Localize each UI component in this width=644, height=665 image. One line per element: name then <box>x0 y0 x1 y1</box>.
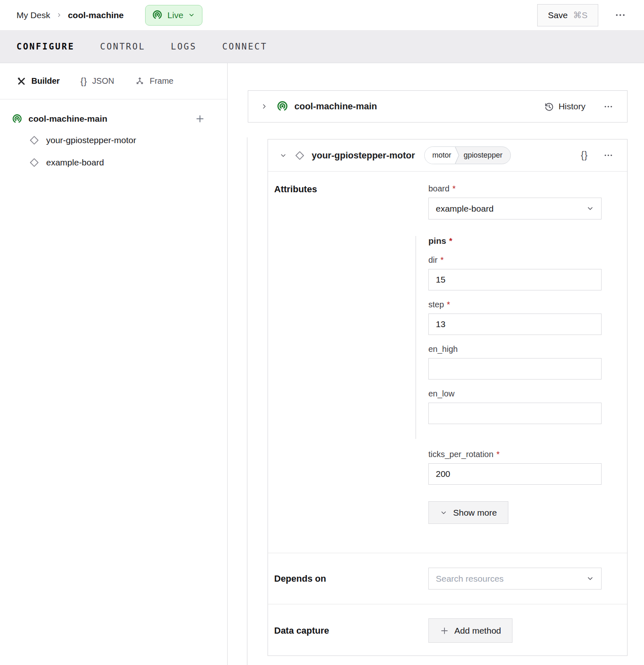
board-field-label: board <box>428 184 449 193</box>
diamond-icon <box>29 135 40 146</box>
save-button-label: Save <box>548 10 568 20</box>
view-toggle-builder-label: Builder <box>31 76 60 86</box>
machine-broadcast-icon <box>276 100 289 113</box>
component-card-header: your-gpiostepper-motor motor gpiostepper… <box>268 139 627 172</box>
machine-broadcast-icon <box>152 9 163 21</box>
history-button[interactable]: History <box>544 101 585 112</box>
required-asterisk: * <box>452 184 456 193</box>
tab-connect[interactable]: CONNECT <box>222 42 268 52</box>
data-capture-section-label: Data capture <box>274 625 428 636</box>
braces-icon: {} <box>80 76 87 87</box>
live-status-label: Live <box>167 10 183 20</box>
breadcrumb-item-machine: cool-machine <box>68 10 124 20</box>
component-type-badge: motor <box>425 147 455 164</box>
tree-connector-line <box>247 137 247 665</box>
depends-on-section-label: Depends on <box>274 573 428 584</box>
configure-sidebar: Builder {} JSON Frame cool-machine-main … <box>0 63 228 665</box>
plus-icon <box>440 626 449 635</box>
en-low-input[interactable] <box>428 403 602 424</box>
diamond-icon <box>29 157 40 168</box>
board-select[interactable]: example-board <box>428 198 602 219</box>
tree-item-machine-main-label: cool-machine-main <box>28 114 107 124</box>
machine-card-menu-button[interactable] <box>601 99 616 114</box>
breadcrumb-chevron-icon <box>56 12 62 18</box>
view-toggle-json[interactable]: {} JSON <box>80 76 114 87</box>
component-menu-button[interactable] <box>601 148 616 163</box>
attributes-section: Attributes board* example-board pins* di… <box>268 172 627 553</box>
ticks-per-rotation-label: ticks_per_rotation <box>428 450 494 459</box>
ticks-per-rotation-input[interactable] <box>428 463 602 485</box>
configure-main-panel: cool-machine-main History your-gpiostepp… <box>228 63 644 665</box>
depends-on-section: Depends on Search resources <box>268 553 627 604</box>
machine-part-tree: cool-machine-main your-gpiostepper-motor… <box>0 99 227 174</box>
history-icon <box>544 101 554 112</box>
required-asterisk: * <box>440 255 444 265</box>
tree-item-machine-main[interactable]: cool-machine-main <box>0 108 227 129</box>
en-high-field: en_high <box>428 344 602 380</box>
ellipsis-icon <box>615 9 626 21</box>
component-type-pill: motor gpiostepper <box>424 146 511 164</box>
tree-item-example-board-label: example-board <box>46 158 104 167</box>
tree-item-gpiostepper-motor[interactable]: your-gpiostepper-motor <box>0 129 227 151</box>
required-asterisk: * <box>449 236 452 246</box>
show-more-button[interactable]: Show more <box>428 501 508 524</box>
breadcrumb-item-my-desk[interactable]: My Desk <box>16 10 50 20</box>
tree-item-gpiostepper-motor-label: your-gpiostepper-motor <box>46 135 136 145</box>
expand-chevron-icon[interactable] <box>261 103 268 110</box>
breadcrumb: My Desk cool-machine <box>16 10 124 20</box>
view-toggle-frame[interactable]: Frame <box>135 76 174 86</box>
live-status-dropdown[interactable]: Live <box>145 5 202 26</box>
frame-icon <box>135 76 145 86</box>
required-asterisk: * <box>447 300 450 309</box>
board-field: board* example-board <box>428 184 602 219</box>
pins-group-label: pins <box>428 236 446 246</box>
required-asterisk: * <box>496 450 500 459</box>
machine-tabbar: CONFIGURE CONTROL LOGS CONNECT <box>0 30 644 63</box>
step-field: step* <box>428 300 602 335</box>
show-more-label: Show more <box>453 508 497 518</box>
view-toggle-frame-label: Frame <box>150 76 174 86</box>
en-low-field-label: en_low <box>428 389 454 399</box>
en-high-field-label: en_high <box>428 344 458 354</box>
chevron-down-icon <box>440 509 447 516</box>
save-shortcut-hint: ⌘S <box>573 10 588 20</box>
tools-icon <box>16 76 26 86</box>
tab-control[interactable]: CONTROL <box>100 42 146 52</box>
view-toggle-builder[interactable]: Builder <box>16 76 60 86</box>
diamond-icon <box>294 150 305 161</box>
chevron-down-icon[interactable] <box>586 205 594 212</box>
step-input[interactable] <box>428 314 602 335</box>
tree-item-example-board[interactable]: example-board <box>0 151 227 174</box>
chevron-down-icon <box>188 12 195 19</box>
view-toggle-bar: Builder {} JSON Frame <box>0 63 227 99</box>
component-json-toggle-button[interactable]: {} <box>581 150 588 161</box>
component-card: your-gpiostepper-motor motor gpiostepper… <box>268 139 628 656</box>
depends-on-select[interactable]: Search resources <box>428 568 602 590</box>
add-method-label: Add method <box>454 626 501 636</box>
save-button[interactable]: Save ⌘S <box>537 4 598 26</box>
ticks-per-rotation-field: ticks_per_rotation* <box>428 450 602 485</box>
dir-field-label: dir <box>428 255 437 265</box>
history-label: History <box>559 101 585 111</box>
en-high-input[interactable] <box>428 358 602 380</box>
tab-logs[interactable]: LOGS <box>171 42 197 52</box>
view-toggle-json-label: JSON <box>92 76 114 86</box>
data-capture-section: Data capture Add method <box>268 604 627 656</box>
machine-part-card: cool-machine-main History <box>248 90 628 123</box>
collapse-chevron-icon[interactable] <box>280 152 287 159</box>
add-component-button[interactable] <box>193 112 207 125</box>
attributes-section-label: Attributes <box>274 184 428 195</box>
machine-part-title: cool-machine-main <box>294 101 377 112</box>
chevron-down-icon[interactable] <box>586 575 594 582</box>
header-overflow-menu-button[interactable] <box>611 5 630 25</box>
en-low-field: en_low <box>428 389 602 424</box>
pins-group: pins* dir* step* en_high <box>416 236 602 439</box>
board-select-value: example-board <box>436 204 494 214</box>
add-method-button[interactable]: Add method <box>428 618 512 643</box>
dir-input[interactable] <box>428 269 602 290</box>
step-field-label: step <box>428 300 444 309</box>
search-resources-placeholder: Search resources <box>436 574 504 584</box>
machine-broadcast-icon <box>12 113 23 125</box>
component-model-badge: gpiostepper <box>461 147 510 164</box>
tab-configure[interactable]: CONFIGURE <box>16 42 75 52</box>
